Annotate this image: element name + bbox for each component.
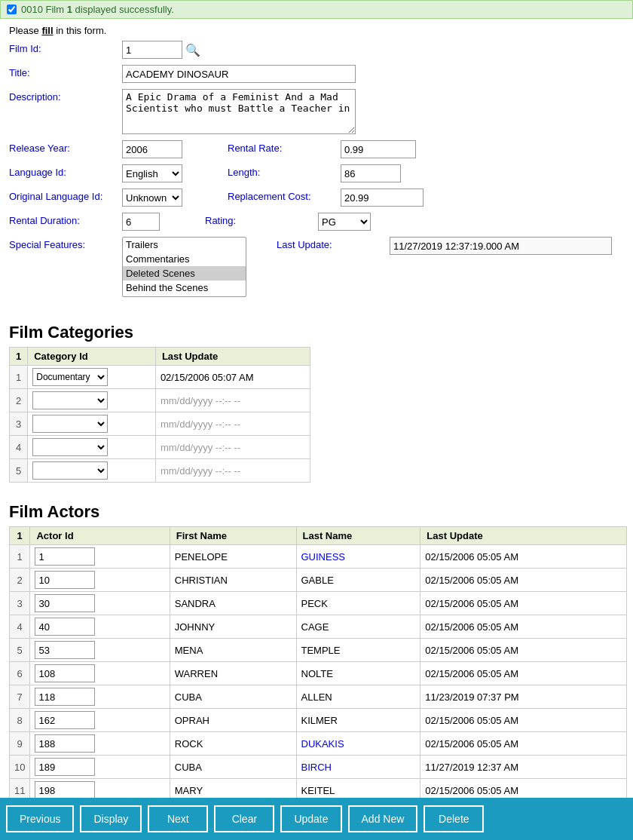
category-id-cell[interactable]: Documentary — [28, 366, 156, 389]
rating-label: Rating: — [205, 213, 318, 226]
table-row: 8OPRAHKILMER02/15/2006 05:05 AM — [10, 709, 627, 732]
actor-last-name-cell: TEMPLE — [296, 639, 420, 662]
film-id-wrap: 🔍 — [122, 41, 200, 59]
original-language-select[interactable]: Unknown English Italian Japanese — [122, 189, 182, 207]
category-id-cell[interactable] — [28, 412, 156, 436]
category-last-update-cell: mm/dd/yyyy --:-- -- — [155, 436, 310, 459]
row-number: 5 — [10, 639, 30, 662]
table-row: 9ROCKDUKAKIS02/15/2006 05:05 AM — [10, 732, 627, 756]
special-features-listbox[interactable]: Trailers Commentaries Deleted Scenes Beh… — [122, 237, 246, 297]
row-number: 9 — [10, 732, 30, 756]
film-actors-table: 1 Actor Id First Name Last Name Last Upd… — [9, 526, 627, 802]
display-button[interactable]: Display — [80, 805, 142, 832]
table-row: 2mm/dd/yyyy --:-- -- — [10, 389, 310, 412]
table-row: 4JOHNNYCAGE02/15/2006 05:05 AM — [10, 615, 627, 639]
actor-first-name-cell: SANDRA — [170, 592, 296, 615]
category-id-cell[interactable] — [28, 459, 156, 483]
clear-button[interactable]: Clear — [214, 805, 274, 832]
last-update-input — [390, 237, 612, 255]
actor-col-last-update: Last Update — [420, 527, 627, 545]
delete-button[interactable]: Delete — [424, 805, 484, 832]
actor-first-name-cell: OPRAH — [170, 709, 296, 732]
language-length-row: Language Id: English Italian Japanese Ma… — [9, 164, 624, 182]
actor-id-input[interactable] — [35, 758, 95, 776]
actor-last-update-cell: 02/15/2006 05:05 AM — [420, 662, 627, 685]
cat-col-num: 1 — [10, 348, 28, 366]
category-id-cell[interactable] — [28, 389, 156, 412]
rental-rate-input[interactable] — [341, 140, 416, 158]
table-row: 10CUBABIRCH11/27/2019 12:37 AM — [10, 756, 627, 779]
film-categories-title: Film Categories — [9, 323, 624, 342]
row-number: 1 — [10, 545, 30, 569]
actor-id-input[interactable] — [35, 618, 95, 636]
row-number: 2 — [10, 389, 28, 412]
row-number: 3 — [10, 592, 30, 615]
category-select[interactable] — [32, 415, 108, 433]
length-label: Length: — [228, 164, 341, 178]
category-select[interactable] — [32, 438, 108, 456]
actor-last-update-cell: 02/15/2006 05:05 AM — [420, 569, 627, 592]
cat-col-category-id: Category Id — [28, 348, 156, 366]
replacement-cost-input[interactable] — [341, 189, 424, 207]
actor-id-input[interactable] — [35, 641, 95, 659]
previous-button[interactable]: Previous — [6, 805, 74, 832]
actor-first-name-cell: CHRISTIAN — [170, 569, 296, 592]
actor-id-input[interactable] — [35, 594, 95, 612]
table-row: 5mm/dd/yyyy --:-- -- — [10, 459, 310, 483]
actor-id-input[interactable] — [35, 547, 95, 566]
rental-rating-row: Rental Duration: Rating: PG G PG-13 R NC… — [9, 213, 624, 231]
category-id-cell[interactable] — [28, 436, 156, 459]
table-row: 3mm/dd/yyyy --:-- -- — [10, 412, 310, 436]
success-checkbox[interactable] — [7, 5, 17, 14]
title-row: Title: — [9, 65, 624, 83]
actor-last-name-cell: DUKAKIS — [296, 732, 420, 756]
release-year-input[interactable] — [122, 140, 182, 158]
actor-col-last-name: Last Name — [296, 527, 420, 545]
actor-id-cell[interactable] — [30, 709, 170, 732]
row-number: 4 — [10, 615, 30, 639]
film-id-input[interactable] — [122, 41, 182, 59]
actor-id-input[interactable] — [35, 781, 95, 799]
actor-last-name-cell: ALLEN — [296, 685, 420, 709]
orig-lang-replacement-row: Original Language Id: Unknown English It… — [9, 189, 624, 207]
actor-id-input[interactable] — [35, 711, 95, 729]
actor-id-input[interactable] — [35, 571, 95, 589]
actor-last-update-cell: 02/15/2006 05:05 AM — [420, 732, 627, 756]
actor-last-name-cell: CAGE — [296, 615, 420, 639]
update-button[interactable]: Update — [280, 805, 341, 832]
actor-id-cell[interactable] — [30, 592, 170, 615]
next-button[interactable]: Next — [148, 805, 208, 832]
add-new-button[interactable]: Add New — [348, 805, 418, 832]
actor-first-name-cell: JOHNNY — [170, 615, 296, 639]
rating-select[interactable]: PG G PG-13 R NC-17 — [318, 213, 371, 231]
row-number: 10 — [10, 756, 30, 779]
replacement-cost-label: Replacement Cost: — [228, 189, 341, 202]
title-input[interactable] — [122, 65, 356, 83]
actor-id-cell[interactable] — [30, 569, 170, 592]
actor-id-cell[interactable] — [30, 662, 170, 685]
actor-id-input[interactable] — [35, 688, 95, 706]
actor-id-cell[interactable] — [30, 615, 170, 639]
release-rental-row: Release Year: Rental Rate: — [9, 140, 624, 158]
film-categories-table: 1 Category Id Last Update 1Documentary02… — [9, 347, 310, 483]
description-row: Description: A Epic Drama of a Feminist … — [9, 89, 624, 134]
search-button[interactable]: 🔍 — [185, 43, 200, 57]
rental-duration-input[interactable] — [122, 213, 160, 231]
actor-last-update-cell: 11/23/2019 07:37 PM — [420, 685, 627, 709]
actor-id-cell[interactable] — [30, 732, 170, 756]
actor-id-input[interactable] — [35, 734, 95, 753]
category-last-update-cell: mm/dd/yyyy --:-- -- — [155, 459, 310, 483]
actor-id-cell[interactable] — [30, 545, 170, 569]
language-select[interactable]: English Italian Japanese Mandarin French… — [122, 164, 182, 182]
category-select[interactable] — [32, 391, 108, 409]
actor-id-cell[interactable] — [30, 639, 170, 662]
category-select[interactable] — [32, 461, 108, 480]
actor-id-cell[interactable] — [30, 756, 170, 779]
category-select[interactable]: Documentary — [32, 368, 108, 386]
actor-id-cell[interactable] — [30, 685, 170, 709]
actor-id-input[interactable] — [35, 664, 95, 682]
length-input[interactable] — [341, 164, 401, 182]
description-textarea[interactable]: A Epic Drama of a Feminist And a Mad Sci… — [122, 89, 356, 134]
bottom-bar: Previous Display Next Clear Update Add N… — [0, 798, 633, 840]
row-number: 7 — [10, 685, 30, 709]
